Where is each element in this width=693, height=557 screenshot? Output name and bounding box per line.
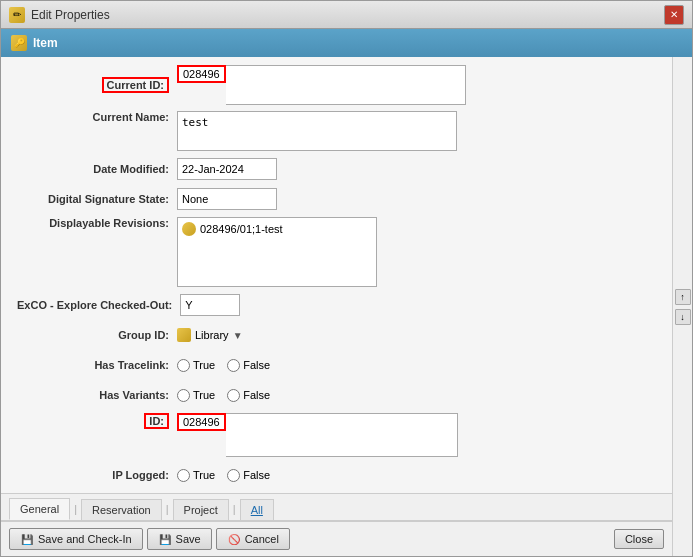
- ip-logged-true-label: True: [193, 469, 215, 481]
- bottom-buttons-right: Close: [614, 529, 664, 549]
- has-tracelink-true-label: True: [193, 359, 215, 371]
- current-id-label: Current ID:: [17, 77, 177, 93]
- section-icon: 🔑: [11, 35, 27, 51]
- title-bar: ✏ Edit Properties ✕: [1, 1, 692, 29]
- tab-separator-1: |: [74, 503, 77, 515]
- content-area: Current ID: 028496 Current Name: test Da…: [1, 57, 672, 493]
- cancel-label: Cancel: [245, 533, 279, 545]
- has-variants-true-label: True: [193, 389, 215, 401]
- has-variants-false-label: False: [243, 389, 270, 401]
- revision-icon: [182, 222, 196, 236]
- displayable-revisions-label: Displayable Revisions:: [17, 217, 177, 229]
- current-id-value: 028496: [177, 65, 226, 83]
- exco-label: ExCO - Explore Checked-Out:: [17, 299, 180, 311]
- has-tracelink-label: Has Tracelink:: [17, 359, 177, 371]
- current-id-input[interactable]: [226, 65, 466, 105]
- has-variants-radio-group: True False: [177, 389, 270, 402]
- cancel-button[interactable]: 🚫 Cancel: [216, 528, 290, 550]
- digital-signature-label: Digital Signature State:: [17, 193, 177, 205]
- group-id-value[interactable]: Library ▼: [177, 328, 243, 342]
- save-icon: 💾: [158, 532, 172, 546]
- has-variants-false-radio[interactable]: [227, 389, 240, 402]
- ip-logged-false-option[interactable]: False: [227, 469, 270, 482]
- ip-logged-false-radio[interactable]: [227, 469, 240, 482]
- save-and-checkin-button[interactable]: 💾 Save and Check-In: [9, 528, 143, 550]
- bottom-bar: 💾 Save and Check-In 💾 Save 🚫 Cancel Clos…: [1, 520, 672, 556]
- tab-separator-3: |: [233, 503, 236, 515]
- ip-logged-radio-group: True False: [177, 469, 270, 482]
- bottom-buttons-left: 💾 Save and Check-In 💾 Save 🚫 Cancel: [9, 528, 290, 550]
- has-tracelink-true-option[interactable]: True: [177, 359, 215, 372]
- digital-signature-input[interactable]: [177, 188, 277, 210]
- date-modified-row: Date Modified:: [17, 157, 656, 181]
- section-title: Item: [33, 36, 58, 50]
- revision-value: 028496/01;1-test: [200, 223, 283, 235]
- displayable-revisions-field: 028496/01;1-test: [177, 217, 377, 287]
- tab-bar: General | Reservation | Project | All: [1, 493, 672, 520]
- tab-project[interactable]: Project: [173, 499, 229, 520]
- ip-logged-false-label: False: [243, 469, 270, 481]
- close-label: Close: [625, 533, 653, 545]
- has-tracelink-true-radio[interactable]: [177, 359, 190, 372]
- has-variants-true-option[interactable]: True: [177, 389, 215, 402]
- has-variants-false-option[interactable]: False: [227, 389, 270, 402]
- id-row: ID: 028496: [17, 413, 656, 457]
- window-title: Edit Properties: [31, 8, 110, 22]
- has-tracelink-false-label: False: [243, 359, 270, 371]
- right-scrollbar: ↑ ↓: [672, 57, 692, 556]
- ip-logged-true-option[interactable]: True: [177, 469, 215, 482]
- current-name-row: Current Name: test: [17, 111, 656, 151]
- current-name-label: Current Name:: [17, 111, 177, 123]
- tab-general[interactable]: General: [9, 498, 70, 520]
- group-dropdown-arrow: ▼: [233, 330, 243, 341]
- close-button[interactable]: Close: [614, 529, 664, 549]
- group-id-text: Library: [195, 329, 229, 341]
- save-button[interactable]: 💾 Save: [147, 528, 212, 550]
- window-close-button[interactable]: ✕: [664, 5, 684, 25]
- has-variants-label: Has Variants:: [17, 389, 177, 401]
- save-checkin-label: Save and Check-In: [38, 533, 132, 545]
- current-id-row: Current ID: 028496: [17, 65, 656, 105]
- exco-row: ExCO - Explore Checked-Out:: [17, 293, 656, 317]
- date-modified-label: Date Modified:: [17, 163, 177, 175]
- revision-item: 028496/01;1-test: [182, 222, 372, 236]
- scroll-up-button[interactable]: ↑: [675, 289, 691, 305]
- id-textarea[interactable]: [226, 413, 458, 457]
- has-tracelink-false-option[interactable]: False: [227, 359, 270, 372]
- edit-properties-window: ✏ Edit Properties ✕ 🔑 Item Current ID: 0…: [0, 0, 693, 557]
- save-label: Save: [176, 533, 201, 545]
- ip-logged-true-radio[interactable]: [177, 469, 190, 482]
- has-tracelink-false-radio[interactable]: [227, 359, 240, 372]
- tab-reservation[interactable]: Reservation: [81, 499, 162, 520]
- cancel-icon: 🚫: [227, 532, 241, 546]
- ip-logged-label: IP Logged:: [17, 469, 177, 481]
- scroll-down-button[interactable]: ↓: [675, 309, 691, 325]
- date-modified-input[interactable]: [177, 158, 277, 180]
- current-name-input[interactable]: test: [177, 111, 457, 151]
- section-header: 🔑 Item: [1, 29, 692, 57]
- id-label-highlighted: ID:: [144, 413, 169, 429]
- ip-logged-row: IP Logged: True False: [17, 463, 656, 487]
- has-tracelink-radio-group: True False: [177, 359, 270, 372]
- group-icon: [177, 328, 191, 342]
- current-id-label-highlighted: Current ID:: [102, 77, 169, 93]
- main-layout: Current ID: 028496 Current Name: test Da…: [1, 57, 692, 556]
- window-icon: ✏: [9, 7, 25, 23]
- group-id-row: Group ID: Library ▼: [17, 323, 656, 347]
- exco-input[interactable]: [180, 294, 240, 316]
- tab-all[interactable]: All: [240, 499, 274, 520]
- tab-separator-2: |: [166, 503, 169, 515]
- group-id-label: Group ID:: [17, 329, 177, 341]
- digital-signature-row: Digital Signature State:: [17, 187, 656, 211]
- save-checkin-icon: 💾: [20, 532, 34, 546]
- id-value: 028496: [177, 413, 226, 431]
- has-tracelink-row: Has Tracelink: True False: [17, 353, 656, 377]
- has-variants-row: Has Variants: True False: [17, 383, 656, 407]
- id-label: ID:: [17, 413, 177, 429]
- displayable-revisions-row: Displayable Revisions: 028496/01;1-test: [17, 217, 656, 287]
- main-content: Current ID: 028496 Current Name: test Da…: [1, 57, 672, 556]
- has-variants-true-radio[interactable]: [177, 389, 190, 402]
- title-bar-left: ✏ Edit Properties: [9, 7, 110, 23]
